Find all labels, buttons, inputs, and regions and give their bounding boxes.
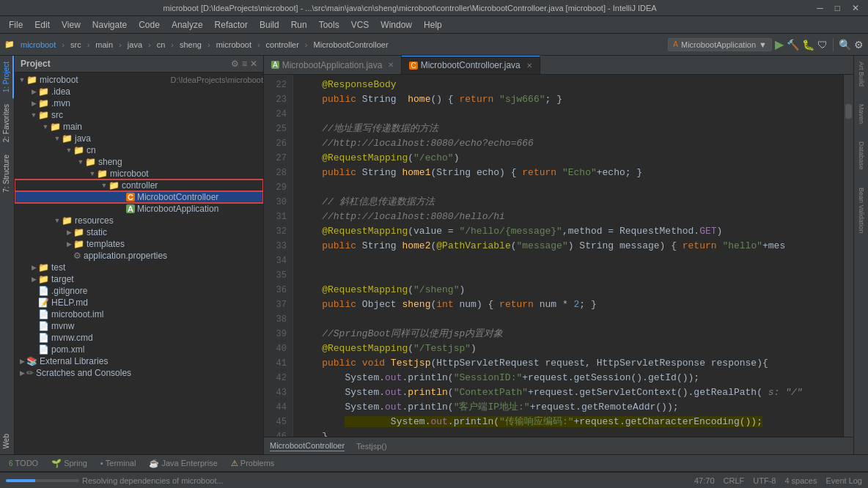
maximize-button[interactable]: □ bbox=[832, 3, 843, 13]
menu-analyze[interactable]: Analyze bbox=[166, 18, 209, 32]
editor-scrollbar[interactable] bbox=[843, 75, 853, 437]
breadcrumb-microboot2[interactable]: microboot bbox=[213, 39, 254, 51]
status-position[interactable]: 47:70 bbox=[694, 476, 715, 485]
tab-close[interactable]: ✕ bbox=[526, 62, 532, 70]
menu-file[interactable]: File bbox=[3, 18, 29, 32]
terminal-label: Terminal bbox=[106, 459, 136, 467]
tree-item-templates[interactable]: ▶ 📁 templates bbox=[15, 238, 263, 250]
tree-item-mvn[interactable]: ▶ 📁 .mvn bbox=[15, 97, 263, 109]
tree-item-microboot-pkg[interactable]: ▼ 📁 microboot bbox=[15, 168, 263, 180]
coverage-button[interactable]: 🛡 bbox=[817, 39, 828, 51]
tree-item-idea[interactable]: ▶ 📁 .idea bbox=[15, 86, 263, 97]
tree-item-external-libs[interactable]: ▶ 📚 External Libraries bbox=[15, 355, 263, 367]
status-indent[interactable]: 4 spaces bbox=[784, 476, 817, 485]
code-content[interactable]: @ResponseBody public String home() { ret… bbox=[293, 75, 843, 437]
breadcrumb-class[interactable]: MicrobootControlloer bbox=[311, 39, 391, 51]
breadcrumb-sheng[interactable]: sheng bbox=[177, 39, 205, 51]
tab-spring[interactable]: 🌱 Spring bbox=[45, 457, 93, 470]
tree-item-microboot-controlloer[interactable]: C MicrobootControlloer bbox=[15, 191, 263, 203]
tree-arrow: ▶ bbox=[29, 88, 38, 95]
tree-item-helpmd[interactable]: 📝 HELP.md bbox=[15, 297, 263, 308]
tree-label: main bbox=[63, 122, 263, 132]
menu-window[interactable]: Window bbox=[375, 18, 418, 32]
status-line-ending[interactable]: CRLF bbox=[724, 476, 745, 485]
tab-icon: A bbox=[271, 61, 279, 69]
run-button[interactable]: ▶ bbox=[775, 37, 784, 51]
tab-microboot-controlloer[interactable]: C MicrobootControlloer.java ✕ bbox=[402, 56, 540, 74]
tree-item-pomxml[interactable]: 📄 pom.xml bbox=[15, 344, 263, 355]
menu-edit[interactable]: Edit bbox=[29, 18, 56, 32]
menu-vcs[interactable]: VCS bbox=[345, 18, 375, 32]
tab-microboot-application[interactable]: A MicrobootApplication.java ✕ bbox=[264, 56, 402, 74]
status-event-log[interactable]: Event Log bbox=[825, 476, 862, 485]
tab-favorites[interactable]: 2: Favorites bbox=[0, 98, 14, 148]
tree-arrow: ▶ bbox=[29, 276, 38, 283]
tab-project[interactable]: 1: Project bbox=[0, 56, 14, 98]
menu-run[interactable]: Run bbox=[285, 18, 313, 32]
code-editor[interactable]: 2223242526 2728293031 3233343536 3738394… bbox=[264, 75, 853, 437]
breadcrumb-main[interactable]: main bbox=[92, 39, 116, 51]
tree-item-app-props[interactable]: ⚙ application.properties bbox=[15, 250, 263, 262]
menu-navigate[interactable]: Navigate bbox=[87, 18, 133, 32]
tab-terminal[interactable]: ▪ Terminal bbox=[95, 457, 141, 469]
tree-item-cn[interactable]: ▼ 📁 cn bbox=[15, 144, 263, 156]
tree-item-target[interactable]: ▶ 📁 target bbox=[15, 273, 263, 285]
project-settings-btn[interactable]: ⚙ bbox=[231, 59, 239, 69]
tab-java-enterprise[interactable]: ☕ Java Enterprise bbox=[143, 457, 223, 470]
breadcrumb-controller[interactable]: controller bbox=[263, 39, 302, 51]
minimize-button[interactable]: ─ bbox=[814, 3, 826, 13]
tree-item-microboot-root[interactable]: ▼ 📁 microboot D:\IdeaProjects\microboot bbox=[15, 74, 263, 86]
app-selector[interactable]: A MicrobootApplication ▼ bbox=[668, 38, 772, 51]
close-button[interactable]: ✕ bbox=[849, 3, 862, 13]
tree-item-mvnw[interactable]: 📄 mvnw bbox=[15, 320, 263, 332]
tree-item-resources[interactable]: ▼ 📁 resources bbox=[15, 215, 263, 226]
tree-item-java[interactable]: ▼ 📁 java bbox=[15, 133, 263, 144]
line-numbers: 2223242526 2728293031 3233343536 3738394… bbox=[264, 75, 293, 437]
tree-item-static[interactable]: ▶ 📁 static bbox=[15, 226, 263, 238]
status-encoding[interactable]: UTF-8 bbox=[753, 476, 776, 485]
project-expand-btn[interactable]: ≡ bbox=[242, 59, 247, 69]
tab-web[interactable]: Web bbox=[0, 428, 14, 454]
menu-view[interactable]: View bbox=[56, 18, 87, 32]
tab-maven[interactable]: Maven bbox=[856, 98, 867, 130]
tree-item-microboot-application[interactable]: A MicrobootApplication bbox=[15, 203, 263, 215]
menu-tools[interactable]: Tools bbox=[313, 18, 345, 32]
editor-tab-controlloer[interactable]: MicrobootControlloer bbox=[270, 441, 345, 451]
tab-bean-validation[interactable]: Bean Validation bbox=[856, 182, 867, 239]
breadcrumb-java[interactable]: java bbox=[125, 39, 145, 51]
tree-item-test[interactable]: ▶ 📁 test bbox=[15, 262, 263, 273]
tree-label: test bbox=[51, 262, 263, 273]
tree-item-iml[interactable]: 📄 microboot.iml bbox=[15, 308, 263, 320]
menu-build[interactable]: Build bbox=[254, 18, 285, 32]
status-right: 47:70 CRLF UTF-8 4 spaces Event Log bbox=[694, 476, 862, 485]
tree-item-mvnwcmd[interactable]: 📄 mvnw.cmd bbox=[15, 332, 263, 344]
menu-refactor[interactable]: Refactor bbox=[209, 18, 254, 32]
editor-tab-testjsp[interactable]: Testjsp() bbox=[356, 442, 387, 451]
scratches-icon: ✏ bbox=[26, 368, 34, 378]
tab-art-build[interactable]: Art Build bbox=[856, 56, 867, 92]
debug-button[interactable]: 🐛 bbox=[802, 39, 814, 51]
menu-code[interactable]: Code bbox=[133, 18, 166, 32]
tree-item-scratches[interactable]: ▶ ✏ Scratches and Consoles bbox=[15, 367, 263, 379]
tree-item-controller[interactable]: ▼ 📁 controller bbox=[15, 180, 263, 191]
project-close-btn[interactable]: ✕ bbox=[250, 59, 257, 69]
spring-icon: 🌱 bbox=[51, 459, 62, 468]
breadcrumb-cn[interactable]: cn bbox=[154, 39, 169, 51]
tree-item-src[interactable]: ▼ 📁 src bbox=[15, 109, 263, 121]
search-button[interactable]: 🔍 bbox=[839, 39, 851, 51]
tree-item-gitignore[interactable]: 📄 .gitignore bbox=[15, 285, 263, 297]
breadcrumb-src[interactable]: src bbox=[67, 39, 84, 51]
menu-help[interactable]: Help bbox=[418, 18, 448, 32]
right-tabs: Art Build Maven Database Bean Validation bbox=[853, 56, 868, 454]
tab-close[interactable]: ✕ bbox=[388, 61, 394, 69]
tab-problems[interactable]: ⚠ Problems bbox=[225, 457, 280, 470]
tab-todo[interactable]: 6 TODO bbox=[3, 457, 44, 469]
problems-label: Problems bbox=[240, 459, 274, 467]
settings-button[interactable]: ⚙ bbox=[854, 39, 864, 51]
tab-database[interactable]: Database bbox=[856, 136, 867, 176]
tab-structure[interactable]: 7: Structure bbox=[0, 149, 14, 199]
build-button[interactable]: 🔨 bbox=[787, 39, 799, 51]
breadcrumb-microboot[interactable]: microboot bbox=[18, 39, 59, 51]
tree-item-main[interactable]: ▼ 📁 main bbox=[15, 121, 263, 133]
tree-item-sheng[interactable]: ▼ 📁 sheng bbox=[15, 156, 263, 168]
